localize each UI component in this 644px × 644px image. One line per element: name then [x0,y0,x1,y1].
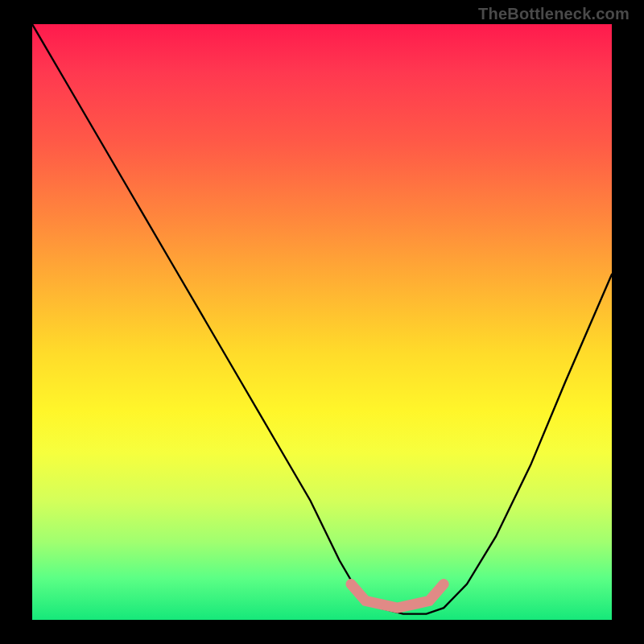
watermark-label: TheBottleneck.com [478,5,630,23]
heat-gradient [32,24,612,620]
chart-stage: TheBottleneck.com [0,0,644,644]
plot-area [32,24,612,620]
